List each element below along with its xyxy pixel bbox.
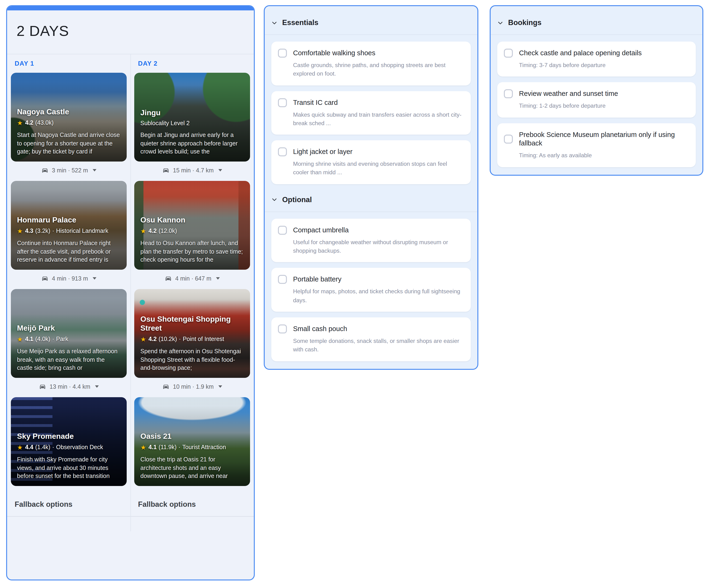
essentials-section-header[interactable]: Essentials [265,6,477,35]
place-rating-row: ★ 4.4 (1.4k) · Observation Deck [17,444,121,451]
checklist-item-walking-shoes[interactable]: Comfortable walking shoes Castle grounds… [271,41,471,85]
car-icon [164,275,172,282]
place-card-jingu[interactable]: Jingu Sublocality Level 2 Begin at Jingu… [134,73,250,162]
place-description: Begin at Jingu and arrive early for a qu… [140,132,244,156]
item-description: Helpful for maps, photos, and ticket che… [293,287,464,305]
checkbox[interactable] [278,147,287,156]
travel-segment-dropdown[interactable]: 15 min · 4.7 km [134,162,250,179]
chevron-down-icon [497,20,503,26]
item-timing: Timing: 1-2 days before departure [519,102,689,111]
place-category: Tourist Attraction [182,444,226,451]
item-title: Compact umbrella [293,226,464,235]
place-card-text: Oasis 21 ★ 4.1 (11.9k) · Tourist Attract… [134,426,250,486]
chevron-down-icon [271,20,278,26]
travel-info: 13 min · 4.4 km [50,383,90,390]
place-card-honmaru-palace[interactable]: Honmaru Palace ★ 4.3 (3.2k) · Historical… [11,181,127,270]
place-description: Start at Nagoya Castle and arrive close … [17,132,121,156]
optional-section-header[interactable]: Optional [265,184,477,212]
place-category: Park [56,336,68,343]
checkbox[interactable] [278,325,287,333]
checkbox[interactable] [278,275,287,284]
place-rating-row: ★ 4.3 (3.2k) · Historical Landmark [17,227,121,235]
item-description: Castle grounds, shrine paths, and shoppi… [293,61,464,78]
checkbox[interactable] [504,135,513,144]
checkbox[interactable] [278,226,287,235]
column-divider [130,54,131,531]
car-icon [162,166,170,174]
checkbox[interactable] [278,98,287,107]
booking-item-opening-details[interactable]: Check castle and palace opening details … [497,41,696,77]
booking-item-weather-sunset[interactable]: Review weather and sunset time Timing: 1… [497,82,696,118]
place-card-text: Osu Kannon ★ 4.2 (12.0k) Head to Osu Kan… [134,210,250,270]
caret-down-icon [93,277,97,280]
caret-down-icon [216,277,220,280]
item-description: Morning shrine visits and evening observ… [293,160,464,177]
star-icon: ★ [17,444,23,451]
place-description: Close the trip at Oasis 21 for architect… [140,456,244,480]
bookings-items: Check castle and palace opening details … [491,35,702,167]
star-icon: ★ [140,444,146,451]
day1-column: DAY 1 Nagoya Castle ★ 4.2 (43.0k) Start … [7,54,130,568]
place-name: Meijō Park [17,324,121,333]
section-title: Bookings [508,19,542,27]
checkbox[interactable] [504,89,513,99]
place-name: Osu Kannon [140,215,244,224]
page: 2 DAYS DAY 1 Nagoya Castle ★ 4.2 (43.0k) [0,0,709,588]
place-name: Oasis 21 [140,432,244,441]
checklist-item-transit-ic-card[interactable]: Transit IC card Makes quick subway and t… [271,91,471,135]
section-title: Optional [282,196,312,204]
meta-separator: · [52,336,54,343]
item-title: Check castle and palace opening details [519,49,689,58]
item-title: Light jacket or layer [293,148,464,157]
item-title: Review weather and sunset time [519,89,689,99]
day1-label: DAY 1 [11,54,127,71]
travel-info: 3 min · 522 m [52,167,88,173]
checklist-item-portable-battery[interactable]: Portable battery Helpful for maps, photo… [271,268,471,312]
day2-column: DAY 2 Jingu Sublocality Level 2 Begin at… [130,54,254,568]
place-name: Sky Promenade [17,432,121,441]
rating-count: (10.2k) [159,336,177,343]
place-card-nagoya-castle[interactable]: Nagoya Castle ★ 4.2 (43.0k) Start at Nag… [11,73,127,162]
place-subtitle-row: Sublocality Level 2 [140,120,244,127]
chevron-down-icon [271,197,278,203]
place-card-sky-promenade[interactable]: Sky Promenade ★ 4.4 (1.4k) · Observation… [11,397,127,486]
car-icon [41,166,49,174]
fallback-options-day2[interactable]: Fallback options [134,500,250,509]
checkbox[interactable] [278,49,287,58]
rating-value: 4.2 [25,120,33,126]
checklist-item-light-jacket[interactable]: Light jacket or layer Morning shrine vis… [271,140,471,184]
travel-segment-dropdown[interactable]: 13 min · 4.4 km [11,378,127,395]
place-card-osu-kannon[interactable]: Osu Kannon ★ 4.2 (12.0k) Head to Osu Kan… [134,181,250,270]
travel-segment-dropdown[interactable]: 4 min · 647 m [134,270,250,287]
rating-value: 4.3 [25,228,33,234]
rating-count: (1.4k) [35,444,50,451]
place-card-oasis-21[interactable]: Oasis 21 ★ 4.1 (11.9k) · Tourist Attract… [134,397,250,486]
place-card-osu-shotengai[interactable]: Osu Shotengai Shopping Street ★ 4.2 (10.… [134,289,250,378]
itinerary-header: 2 DAYS [7,10,254,54]
item-title: Transit IC card [293,98,464,107]
rating-count: (12.0k) [159,228,177,234]
place-name: Jingu [140,108,244,117]
place-card-meijo-park[interactable]: Meijō Park ★ 4.1 (4.0k) · Park Use Meijo… [11,289,127,378]
travel-segment-dropdown[interactable]: 10 min · 1.9 km [134,378,250,395]
caret-down-icon [93,169,97,171]
checkbox[interactable] [504,49,513,58]
caret-down-icon [218,385,222,388]
travel-segment-dropdown[interactable]: 4 min · 913 m [11,270,127,287]
travel-segment-dropdown[interactable]: 3 min · 522 m [11,162,127,179]
essentials-panel: Essentials Comfortable walking shoes Cas… [264,5,478,370]
travel-info: 4 min · 913 m [52,275,88,282]
place-description: Finish with Sky Promenade for city views… [17,456,121,480]
place-rating-row: ★ 4.2 (43.0k) [17,119,121,127]
meta-separator: · [178,444,180,451]
place-name: Osu Shotengai Shopping Street [140,314,244,333]
checklist-item-small-cash-pouch[interactable]: Small cash pouch Some temple donations, … [271,317,471,361]
booking-item-planetarium[interactable]: Prebook Science Museum planetarium only … [497,123,696,167]
checklist-item-compact-umbrella[interactable]: Compact umbrella Useful for changeable w… [271,219,471,262]
bookings-section-header[interactable]: Bookings [491,6,702,35]
place-card-text: Meijō Park ★ 4.1 (4.0k) · Park Use Meijo… [11,318,127,378]
fallback-options-day1[interactable]: Fallback options [11,500,127,509]
place-rating-row: ★ 4.2 (10.2k) · Point of Interest [140,336,244,343]
item-description: Makes quick subway and train transfers e… [293,110,464,128]
place-card-text: Jingu Sublocality Level 2 Begin at Jingu… [134,103,250,162]
